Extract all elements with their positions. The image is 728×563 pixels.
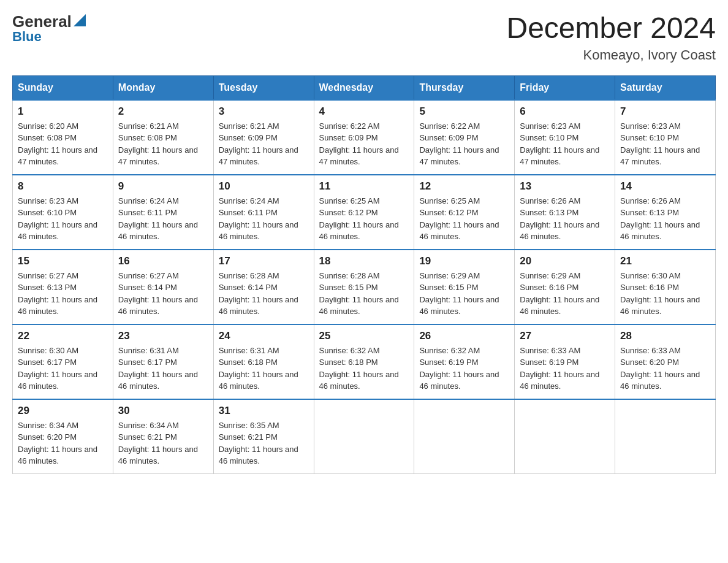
day-number: 19 [419,255,509,267]
day-info: Sunrise: 6:22 AMSunset: 6:09 PMDaylight:… [319,120,409,168]
day-number: 14 [620,180,710,193]
day-number: 2 [118,105,208,118]
calendar-cell: 3Sunrise: 6:21 AMSunset: 6:09 PMDaylight… [213,100,314,175]
calendar-cell: 26Sunrise: 6:32 AMSunset: 6:19 PMDayligh… [414,324,515,399]
calendar-cell: 9Sunrise: 6:24 AMSunset: 6:11 PMDaylight… [113,175,213,250]
day-info: Sunrise: 6:24 AMSunset: 6:11 PMDaylight:… [118,195,208,243]
day-number: 20 [520,255,610,267]
calendar-cell: 16Sunrise: 6:27 AMSunset: 6:14 PMDayligh… [113,250,213,324]
calendar-cell: 14Sunrise: 6:26 AMSunset: 6:13 PMDayligh… [615,175,716,250]
week-row-3: 15Sunrise: 6:27 AMSunset: 6:13 PMDayligh… [13,250,716,324]
day-number: 1 [18,105,108,118]
calendar-table: SundayMondayTuesdayWednesdayThursdayFrid… [12,75,716,474]
logo: General Blue [12,12,86,45]
calendar-cell [615,399,716,474]
day-info: Sunrise: 6:26 AMSunset: 6:13 PMDaylight:… [520,195,610,243]
day-number: 26 [419,330,509,342]
header-friday: Friday [515,75,615,100]
week-row-2: 8Sunrise: 6:23 AMSunset: 6:10 PMDaylight… [13,175,716,250]
calendar-cell [314,399,414,474]
calendar-cell: 19Sunrise: 6:29 AMSunset: 6:15 PMDayligh… [414,250,515,324]
page-title: December 2024 [506,12,716,45]
calendar-cell: 4Sunrise: 6:22 AMSunset: 6:09 PMDaylight… [314,100,414,175]
calendar-cell: 21Sunrise: 6:30 AMSunset: 6:16 PMDayligh… [615,250,716,324]
day-info: Sunrise: 6:29 AMSunset: 6:16 PMDaylight:… [520,270,610,318]
day-number: 15 [18,255,108,267]
calendar-cell: 20Sunrise: 6:29 AMSunset: 6:16 PMDayligh… [515,250,615,324]
day-number: 25 [319,330,409,342]
day-number: 6 [520,105,610,118]
day-info: Sunrise: 6:34 AMSunset: 6:20 PMDaylight:… [18,419,108,467]
day-info: Sunrise: 6:31 AMSunset: 6:17 PMDaylight:… [118,345,208,393]
calendar-cell: 13Sunrise: 6:26 AMSunset: 6:13 PMDayligh… [515,175,615,250]
calendar-cell: 22Sunrise: 6:30 AMSunset: 6:17 PMDayligh… [13,324,113,399]
calendar-cell: 27Sunrise: 6:33 AMSunset: 6:19 PMDayligh… [515,324,615,399]
header-monday: Monday [113,75,213,100]
day-info: Sunrise: 6:35 AMSunset: 6:21 PMDaylight:… [219,419,309,467]
day-info: Sunrise: 6:22 AMSunset: 6:09 PMDaylight:… [419,120,509,168]
svg-marker-0 [74,14,86,26]
day-number: 18 [319,255,409,267]
day-info: Sunrise: 6:29 AMSunset: 6:15 PMDaylight:… [419,270,509,318]
day-info: Sunrise: 6:34 AMSunset: 6:21 PMDaylight:… [118,419,208,467]
week-row-1: 1Sunrise: 6:20 AMSunset: 6:08 PMDaylight… [13,100,716,175]
day-number: 22 [18,330,108,342]
calendar-cell: 31Sunrise: 6:35 AMSunset: 6:21 PMDayligh… [213,399,314,474]
day-number: 24 [219,330,309,342]
calendar-cell: 30Sunrise: 6:34 AMSunset: 6:21 PMDayligh… [113,399,213,474]
day-number: 10 [219,180,309,193]
calendar-cell: 5Sunrise: 6:22 AMSunset: 6:09 PMDaylight… [414,100,515,175]
header-thursday: Thursday [414,75,515,100]
day-info: Sunrise: 6:27 AMSunset: 6:14 PMDaylight:… [118,270,208,318]
calendar-cell: 25Sunrise: 6:32 AMSunset: 6:18 PMDayligh… [314,324,414,399]
calendar-cell: 17Sunrise: 6:28 AMSunset: 6:14 PMDayligh… [213,250,314,324]
calendar-cell [414,399,515,474]
day-info: Sunrise: 6:25 AMSunset: 6:12 PMDaylight:… [319,195,409,243]
week-row-5: 29Sunrise: 6:34 AMSunset: 6:20 PMDayligh… [13,399,716,474]
day-number: 3 [219,105,309,118]
day-number: 21 [620,255,710,267]
day-number: 11 [319,180,409,193]
calendar-cell: 12Sunrise: 6:25 AMSunset: 6:12 PMDayligh… [414,175,515,250]
calendar-cell: 1Sunrise: 6:20 AMSunset: 6:08 PMDaylight… [13,100,113,175]
day-info: Sunrise: 6:30 AMSunset: 6:16 PMDaylight:… [620,270,710,318]
calendar-cell: 18Sunrise: 6:28 AMSunset: 6:15 PMDayligh… [314,250,414,324]
day-info: Sunrise: 6:33 AMSunset: 6:20 PMDaylight:… [620,345,710,393]
day-number: 16 [118,255,208,267]
calendar-cell: 6Sunrise: 6:23 AMSunset: 6:10 PMDaylight… [515,100,615,175]
day-info: Sunrise: 6:27 AMSunset: 6:13 PMDaylight:… [18,270,108,318]
logo-triangle-icon [74,14,86,29]
calendar-cell: 23Sunrise: 6:31 AMSunset: 6:17 PMDayligh… [113,324,213,399]
calendar-header-row: SundayMondayTuesdayWednesdayThursdayFrid… [13,75,716,100]
week-row-4: 22Sunrise: 6:30 AMSunset: 6:17 PMDayligh… [13,324,716,399]
calendar-cell: 24Sunrise: 6:31 AMSunset: 6:18 PMDayligh… [213,324,314,399]
day-number: 13 [520,180,610,193]
day-number: 30 [118,405,208,417]
day-number: 4 [319,105,409,118]
header-tuesday: Tuesday [213,75,314,100]
day-info: Sunrise: 6:23 AMSunset: 6:10 PMDaylight:… [18,195,108,243]
day-info: Sunrise: 6:21 AMSunset: 6:08 PMDaylight:… [118,120,208,168]
day-info: Sunrise: 6:20 AMSunset: 6:08 PMDaylight:… [18,120,108,168]
day-info: Sunrise: 6:28 AMSunset: 6:14 PMDaylight:… [219,270,309,318]
day-info: Sunrise: 6:32 AMSunset: 6:18 PMDaylight:… [319,345,409,393]
day-number: 28 [620,330,710,342]
page-subtitle: Komeayo, Ivory Coast [506,47,716,63]
day-info: Sunrise: 6:23 AMSunset: 6:10 PMDaylight:… [520,120,610,168]
day-number: 9 [118,180,208,193]
logo-blue-text: Blue [12,29,42,45]
day-info: Sunrise: 6:32 AMSunset: 6:19 PMDaylight:… [419,345,509,393]
calendar-cell: 15Sunrise: 6:27 AMSunset: 6:13 PMDayligh… [13,250,113,324]
calendar-cell [515,399,615,474]
day-number: 17 [219,255,309,267]
header-wednesday: Wednesday [314,75,414,100]
day-info: Sunrise: 6:23 AMSunset: 6:10 PMDaylight:… [620,120,710,168]
header-sunday: Sunday [13,75,113,100]
day-info: Sunrise: 6:30 AMSunset: 6:17 PMDaylight:… [18,345,108,393]
calendar-cell: 11Sunrise: 6:25 AMSunset: 6:12 PMDayligh… [314,175,414,250]
title-block: December 2024 Komeayo, Ivory Coast [506,12,716,63]
calendar-cell: 28Sunrise: 6:33 AMSunset: 6:20 PMDayligh… [615,324,716,399]
day-number: 5 [419,105,509,118]
calendar-cell: 10Sunrise: 6:24 AMSunset: 6:11 PMDayligh… [213,175,314,250]
day-number: 23 [118,330,208,342]
